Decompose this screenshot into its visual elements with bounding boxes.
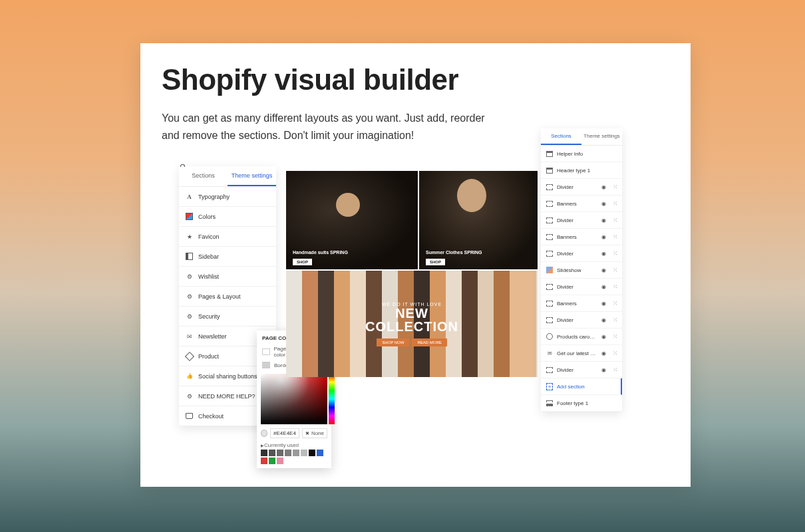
visibility-icon[interactable]: ◉ [601,350,606,356]
drag-handle-icon[interactable]: ⁙ [613,233,617,240]
visibility-icon[interactable]: ◉ [601,201,606,207]
visibility-icon[interactable]: ◉ [601,284,606,290]
section-row-fixed[interactable]: Helper Info [541,146,622,162]
section-row[interactable]: Divider◉⁙ [541,212,622,229]
drag-handle-icon[interactable]: ⁙ [613,200,617,207]
favicon-icon [186,233,193,240]
section-row[interactable]: Get our latest new...◉⁙ [541,345,622,362]
color-swatch[interactable] [269,458,275,464]
visibility-icon[interactable]: ◉ [601,217,606,223]
add-section-button[interactable]: Add section [541,378,622,395]
section-label: Slideshow [557,267,597,273]
section-row[interactable]: Banners◉⁙ [541,295,622,312]
color-swatch[interactable] [277,458,283,464]
drag-handle-icon[interactable]: ⁙ [613,283,617,290]
section-row[interactable]: Divider◉⁙ [541,362,622,378]
section-row[interactable]: Divider◉⁙ [541,245,622,262]
section-icon [546,167,553,174]
swatch-grid [257,450,331,464]
shop-button[interactable]: SHOP [426,259,445,265]
right-tabs: Sections Theme settings [541,128,622,146]
drag-handle-icon[interactable]: ⁙ [613,217,617,223]
color-swatch[interactable] [317,450,323,456]
left-tabs: Sections Theme settings [179,166,276,187]
theme-setting-label: Security [198,313,269,320]
visibility-icon[interactable]: ◉ [601,317,606,323]
border-color-swatch [262,362,270,368]
drag-handle-icon[interactable]: ⁙ [613,366,617,373]
theme-setting-label: Typography [198,194,269,200]
section-icon [546,250,553,257]
section-label: Banners [557,234,597,240]
visibility-icon[interactable]: ◉ [601,234,606,240]
drag-handle-icon[interactable]: ⁙ [613,333,617,340]
section-row[interactable]: Slideshow◉⁙ [541,262,622,279]
theme-setting-row[interactable]: Pages & Layout [179,287,276,307]
visibility-icon[interactable]: ◉ [601,251,606,257]
help-icon [186,392,193,400]
section-row[interactable]: Divider◉⁙ [541,312,622,329]
drag-handle-icon[interactable]: ⁙ [613,250,617,257]
read-more-button[interactable]: READ MORE [412,338,446,346]
visibility-icon[interactable]: ◉ [601,184,606,190]
preview-hero[interactable]: WE DO IT WITH LOVE NEW COLLECTION SHOP N… [286,271,538,377]
section-icon [546,317,553,323]
visibility-icon[interactable]: ◉ [601,367,606,373]
theme-setting-row[interactable]: Sidebar [179,247,276,267]
section-row[interactable]: Divider◉⁙ [541,279,622,295]
section-row[interactable]: Divider◉⁙ [541,179,622,196]
preview-banner-right[interactable]: Summer Clothes SPRING SHOP [419,171,538,269]
color-gradient-picker[interactable] [261,374,327,424]
drag-handle-icon[interactable]: ⁙ [613,350,617,356]
theme-setting-row[interactable]: Wishlist [179,267,276,287]
color-swatch[interactable] [309,450,315,456]
hex-input[interactable]: #E4E4E4 [270,428,299,438]
color-swatch[interactable] [293,450,299,456]
currently-used-label[interactable]: Currently used [257,438,331,450]
visibility-icon[interactable]: ◉ [601,301,606,307]
theme-setting-label: Sidebar [198,253,269,260]
section-row-footer[interactable]: Footer type 1 [541,395,622,412]
theme-setting-row[interactable]: Security [179,307,276,327]
none-button[interactable]: None [302,428,327,438]
shop-button[interactable]: SHOP [293,259,312,265]
section-icon [546,400,553,406]
drag-handle-icon[interactable]: ⁙ [613,184,617,190]
tab-sections-left[interactable]: Sections [179,166,228,186]
section-row[interactable]: Banners◉⁙ [541,229,622,245]
visibility-icon[interactable]: ◉ [601,267,606,273]
preview-banner-left[interactable]: Handmade suits SPRING SHOP [286,171,418,269]
color-swatch[interactable] [261,450,267,456]
color-swatch[interactable] [269,450,275,456]
color-swatch[interactable] [261,458,267,464]
tab-sections-right[interactable]: Sections [541,128,581,145]
drag-handle-icon[interactable]: ⁙ [613,300,617,307]
color-swatch[interactable] [285,450,291,456]
section-row[interactable]: Banners◉⁙ [541,196,622,212]
tab-theme-settings-left[interactable]: Theme settings [228,166,276,186]
section-icon [546,217,553,223]
color-swatch[interactable] [277,450,283,456]
visibility-icon[interactable]: ◉ [601,334,606,340]
shop-now-button[interactable]: SHOP NOW [377,338,409,346]
mail-icon [546,350,553,356]
section-row[interactable]: Products carousel◉⁙ [541,329,622,345]
drag-handle-icon[interactable]: ⁙ [613,317,617,323]
section-label: Footer type 1 [557,400,617,406]
tab-theme-settings-right[interactable]: Theme settings [581,128,622,145]
section-label: Banners [557,201,597,207]
color-swatch[interactable] [301,450,307,456]
section-label: Divider [557,217,597,223]
drag-handle-icon[interactable]: ⁙ [613,267,617,273]
hue-slider[interactable] [329,374,335,424]
share-icon [186,372,193,380]
theme-setting-row[interactable]: Typography [179,187,276,207]
bg-color-swatch [262,348,270,355]
theme-setting-label: Favicon [198,233,269,240]
site-preview: Handmade suits SPRING SHOP Summer Clothe… [286,171,536,376]
section-label: Helper Info [557,151,617,157]
theme-setting-row[interactable]: Favicon [179,227,276,247]
section-row-fixed[interactable]: Header type 1 [541,162,622,179]
add-section-label: Add section [557,384,615,390]
theme-setting-row[interactable]: Colors [179,207,276,227]
